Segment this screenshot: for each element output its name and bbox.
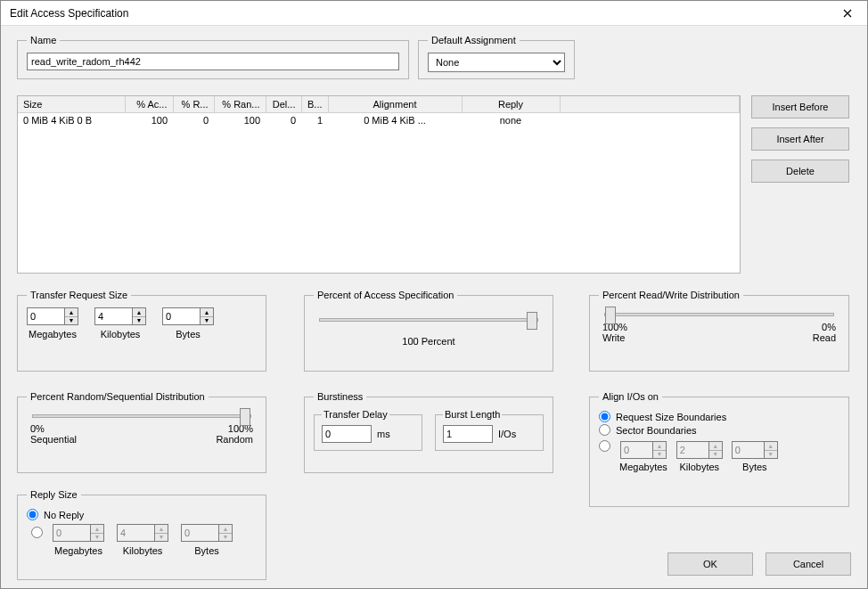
prw-left-bottom: Write <box>602 332 625 343</box>
spin-up-icon[interactable]: ▲ <box>65 308 78 317</box>
trs-mb-input[interactable] <box>27 307 64 325</box>
group-align-ios: Align I/Os on Request Size Boundaries Se… <box>589 391 849 507</box>
close-icon[interactable] <box>828 1 867 26</box>
align-radio-sector[interactable] <box>599 424 610 436</box>
name-input[interactable] <box>27 53 399 70</box>
group-reply-legend: Reply Size <box>27 489 81 500</box>
spin-up-icon: ▲ <box>155 525 168 534</box>
group-percent-read-write: Percent Read/Write Distribution 100% 0% … <box>589 290 849 372</box>
trs-mb-spinner[interactable]: ▲▼ <box>27 307 78 325</box>
col-reply[interactable]: Reply <box>462 96 560 112</box>
transfer-delay-legend: Transfer Delay <box>322 409 389 420</box>
group-trs-legend: Transfer Request Size <box>27 290 131 300</box>
reply-mb-input <box>53 524 90 542</box>
side-buttons: Insert Before Insert After Delete <box>751 95 849 183</box>
group-prs-legend: Percent Random/Sequential Distribution <box>27 391 209 402</box>
insert-after-button[interactable]: Insert After <box>751 127 849 151</box>
group-percent-access-spec: Percent of Access Specification 100 Perc… <box>304 290 553 372</box>
cell-size: 0 MiB 4 KiB 0 B <box>18 112 125 127</box>
group-pas-legend: Percent of Access Specification <box>314 290 457 300</box>
prs-slider[interactable] <box>32 414 251 418</box>
align-opt2-label: Sector Boundaries <box>616 425 697 436</box>
prw-right-bottom: Read <box>813 332 836 343</box>
spin-down-icon[interactable]: ▼ <box>133 317 145 325</box>
trs-b-spinner[interactable]: ▲▼ <box>162 307 214 325</box>
col-delay[interactable]: Del... <box>266 96 301 112</box>
group-percent-random-sequential: Percent Random/Sequential Distribution 0… <box>17 391 266 473</box>
spin-up-icon: ▲ <box>709 442 722 451</box>
cell-random: 100 <box>214 112 266 127</box>
insert-before-button[interactable]: Insert Before <box>751 95 849 119</box>
trs-kb-spinner[interactable]: ▲▼ <box>94 307 146 325</box>
titlebar: Edit Access Specification <box>1 1 867 26</box>
spin-down-icon[interactable]: ▼ <box>65 317 78 325</box>
trs-kb-input[interactable] <box>94 307 132 325</box>
col-alignment[interactable]: Alignment <box>328 96 462 112</box>
spin-down-icon: ▼ <box>155 534 168 542</box>
prs-right-bottom: Random <box>216 434 253 445</box>
col-read[interactable]: % R... <box>173 96 214 112</box>
spin-up-icon: ▲ <box>653 442 666 451</box>
cancel-button[interactable]: Cancel <box>766 552 851 576</box>
burst-length-legend: Burst Length <box>443 409 502 420</box>
cell-alignment: 0 MiB 4 KiB ... <box>328 112 462 127</box>
reply-radio-custom[interactable] <box>31 527 43 538</box>
align-kb-spinner: ▲▼ <box>676 441 723 459</box>
reply-b-label: Bytes <box>194 545 219 556</box>
prs-left-bottom: Sequential <box>30 434 77 445</box>
trs-b-input[interactable] <box>162 307 200 325</box>
col-random[interactable]: % Ran... <box>214 96 266 112</box>
group-transfer-request-size: Transfer Request Size ▲▼ Megabytes ▲▼ Ki… <box>17 290 266 372</box>
group-prw-legend: Percent Read/Write Distribution <box>599 290 743 300</box>
align-radio-custom[interactable] <box>599 440 610 452</box>
cell-reply: none <box>462 112 560 127</box>
prw-slider[interactable] <box>604 313 834 316</box>
group-default-assignment: Default Assignment None <box>418 35 575 79</box>
group-transfer-delay: Transfer Delay ms <box>314 409 422 451</box>
align-opt1-label: Request Size Boundaries <box>616 412 726 422</box>
prs-slider-thumb[interactable] <box>240 408 250 426</box>
align-mb-label: Megabytes <box>619 462 667 472</box>
table-row[interactable]: 0 MiB 4 KiB 0 B 100 0 100 0 1 0 MiB 4 Ki… <box>18 112 740 127</box>
col-access[interactable]: % Ac... <box>125 96 173 112</box>
reply-kb-spinner: ▲▼ <box>117 524 168 542</box>
spin-down-icon: ▼ <box>709 451 722 459</box>
align-mb-spinner: ▲▼ <box>620 441 667 459</box>
align-radio-request-size[interactable] <box>599 411 610 422</box>
pas-slider-thumb[interactable] <box>527 312 537 330</box>
burst-length-input[interactable] <box>443 425 493 443</box>
access-spec-list[interactable]: Size % Ac... % R... % Ran... Del... B...… <box>17 95 741 274</box>
align-b-label: Bytes <box>742 462 767 472</box>
prw-slider-thumb[interactable] <box>605 307 616 324</box>
group-name: Name <box>17 35 409 79</box>
default-assignment-select[interactable]: None <box>428 53 565 72</box>
group-default-legend: Default Assignment <box>428 35 520 45</box>
list-header: Size % Ac... % R... % Ran... Del... B...… <box>18 96 740 112</box>
spin-down-icon[interactable]: ▼ <box>201 317 213 325</box>
col-burst[interactable]: B... <box>301 96 328 112</box>
spin-down-icon: ▼ <box>765 451 777 459</box>
ok-button[interactable]: OK <box>667 552 753 576</box>
pas-slider[interactable] <box>319 318 538 322</box>
group-reply-size: Reply Size No Reply ▲▼ Megabytes <box>17 489 266 580</box>
transfer-delay-input[interactable] <box>322 425 372 443</box>
align-b-input <box>732 441 764 459</box>
group-name-legend: Name <box>27 35 60 45</box>
col-size[interactable]: Size <box>18 96 125 112</box>
group-burst-legend: Burstiness <box>314 391 366 402</box>
group-burst-length: Burst Length I/Os <box>435 409 544 451</box>
dialog-window: Edit Access Specification Name Default A… <box>0 0 868 589</box>
delete-button[interactable]: Delete <box>751 160 849 183</box>
reply-kb-input <box>117 524 154 542</box>
align-b-spinner: ▲▼ <box>732 441 778 459</box>
burst-length-unit: I/Os <box>498 429 516 439</box>
reply-radio-none[interactable] <box>27 509 38 520</box>
spin-up-icon[interactable]: ▲ <box>133 308 145 317</box>
trs-mb-label: Megabytes <box>29 329 77 339</box>
reply-b-input <box>181 524 218 542</box>
spin-up-icon[interactable]: ▲ <box>201 308 213 317</box>
trs-b-label: Bytes <box>176 329 201 339</box>
align-kb-input <box>676 441 708 459</box>
cell-access: 100 <box>125 112 173 127</box>
spin-up-icon: ▲ <box>219 525 232 534</box>
